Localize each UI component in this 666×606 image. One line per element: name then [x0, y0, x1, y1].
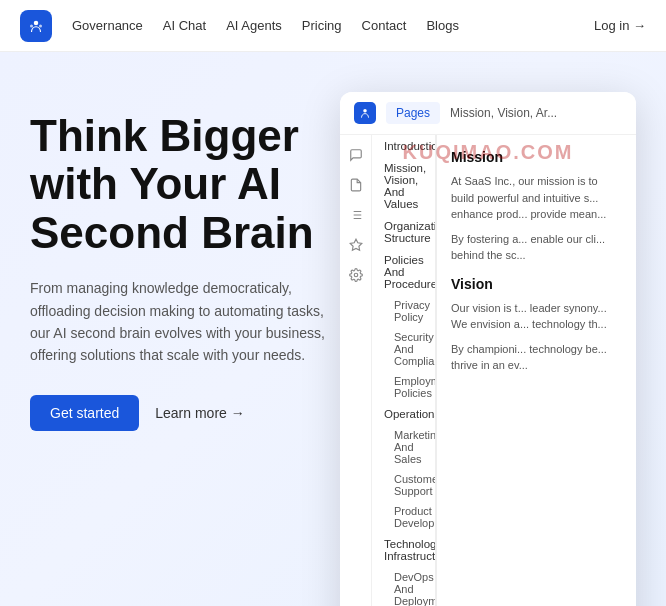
svg-point-1	[30, 24, 33, 27]
svg-point-2	[39, 24, 42, 27]
nav-logo	[20, 10, 52, 42]
watermark: KUQIMAO.COM	[403, 141, 574, 164]
modal-right-panel: Mission At SaaS Inc., our mission is to …	[436, 135, 636, 606]
chat-icon[interactable]	[348, 147, 364, 163]
list-icon[interactable]	[348, 207, 364, 223]
hero-content: Think Bigger with Your AI Second Brain F…	[30, 102, 340, 431]
settings-icon[interactable]	[348, 267, 364, 283]
menu-item-marketing[interactable]: Marketing And Sales	[372, 425, 435, 469]
menu-item-product[interactable]: Product Development	[372, 501, 435, 533]
menu-section-policies[interactable]: Policies And Procedures ▾	[372, 249, 435, 295]
modal-sidebar	[340, 135, 372, 606]
nav-ai-agents[interactable]: AI Agents	[226, 18, 282, 33]
nav-blogs[interactable]: Blogs	[426, 18, 459, 33]
nav-login[interactable]: Log in →	[594, 18, 646, 33]
right-panel-vision-text1: Our vision is t... leader synony... We e…	[451, 300, 622, 333]
modal-card: Pages Mission, Vision, Ar... KUQIMAO.COM	[340, 92, 636, 606]
learn-more-link[interactable]: Learn more →	[155, 405, 244, 421]
right-panel-vision-text2: By championi... technology be... thrive …	[451, 341, 622, 374]
hero-buttons: Get started Learn more →	[30, 395, 340, 431]
modal-menu: Introduction Mission, Vision, And Values…	[372, 135, 436, 606]
menu-item-employment[interactable]: Employment Policies	[372, 371, 435, 403]
sparkle-icon[interactable]	[348, 237, 364, 253]
nav-links: Governance AI Chat AI Agents Pricing Con…	[72, 18, 594, 33]
document-icon[interactable]	[348, 177, 364, 193]
nav-ai-chat[interactable]: AI Chat	[163, 18, 206, 33]
get-started-button[interactable]: Get started	[30, 395, 139, 431]
hero-title: Think Bigger with Your AI Second Brain	[30, 112, 340, 257]
menu-item-devops[interactable]: DevOps And Deployment	[372, 567, 435, 606]
nav-contact[interactable]: Contact	[362, 18, 407, 33]
svg-marker-10	[350, 239, 362, 250]
navbar: Governance AI Chat AI Agents Pricing Con…	[0, 0, 666, 52]
menu-section-operations[interactable]: Operations ▾	[372, 403, 435, 425]
svg-point-0	[34, 20, 39, 25]
nav-governance[interactable]: Governance	[72, 18, 143, 33]
modal-tabs: Pages Mission, Vision, Ar...	[386, 102, 567, 124]
menu-item-security[interactable]: Security And Compliance	[372, 327, 435, 371]
right-panel-mission-text1: At SaaS Inc., our mission is to build po…	[451, 173, 622, 223]
svg-point-3	[363, 109, 367, 113]
modal-header: Pages Mission, Vision, Ar...	[340, 92, 636, 135]
modal-tab-pages[interactable]: Pages	[386, 102, 440, 124]
menu-item-support[interactable]: Customer Support	[372, 469, 435, 501]
menu-item-org[interactable]: Organizational Structure	[372, 215, 435, 249]
right-panel-vision-header: Vision	[451, 276, 622, 292]
nav-pricing[interactable]: Pricing	[302, 18, 342, 33]
svg-point-11	[354, 273, 358, 277]
right-panel-mission-text2: By fostering a... enable our cli... behi…	[451, 231, 622, 264]
menu-item-privacy[interactable]: Privacy Policy	[372, 295, 435, 327]
modal-tab-mission[interactable]: Mission, Vision, Ar...	[440, 102, 567, 124]
hero-section: Think Bigger with Your AI Second Brain F…	[0, 52, 666, 606]
hero-description: From managing knowledge democraticaly, o…	[30, 277, 340, 367]
menu-section-tech[interactable]: Technology Infrastructure ▾	[372, 533, 435, 567]
menu-item-mission[interactable]: Mission, Vision, And Values	[372, 157, 435, 215]
modal-logo	[354, 102, 376, 124]
